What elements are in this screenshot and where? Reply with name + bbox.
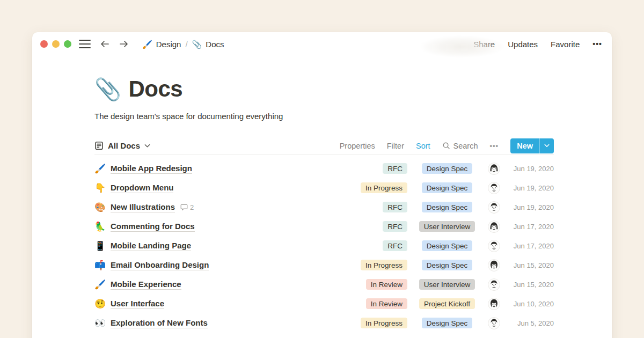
date-cell: Jun 15, 2020 bbox=[507, 261, 554, 269]
date-cell: Jun 15, 2020 bbox=[507, 281, 554, 289]
forward-button[interactable] bbox=[119, 40, 129, 48]
comment-bubble-icon bbox=[180, 204, 188, 211]
doc-type-tag[interactable]: Design Spec bbox=[422, 318, 473, 328]
window-zoom-button[interactable] bbox=[64, 40, 71, 48]
page-header: 📎 Docs The design team's space for docum… bbox=[94, 75, 554, 121]
window-close-button[interactable] bbox=[40, 40, 48, 48]
doc-type-tag[interactable]: Project Kickoff bbox=[419, 298, 475, 309]
paintbrush-icon: 🖌️ bbox=[142, 40, 152, 48]
doc-list-icon bbox=[94, 141, 104, 150]
status-tag[interactable]: In Progress bbox=[361, 182, 407, 193]
traffic-lights bbox=[40, 40, 71, 48]
table-row[interactable]: 🎨 New Illustrations 2 RFC Design Spec Ju… bbox=[94, 197, 554, 217]
doc-type-cell: User Interview bbox=[415, 221, 479, 232]
table-row[interactable]: 📱 Mobile Landing Page RFC Design Spec Ju… bbox=[94, 236, 554, 255]
search-label: Search bbox=[453, 142, 478, 150]
doc-type-cell: Design Spec bbox=[415, 182, 479, 193]
table-row[interactable]: 🦜 Commenting for Docs RFC User Interview… bbox=[94, 217, 554, 236]
status-cell: In Review bbox=[352, 279, 407, 290]
doc-type-cell: Design Spec bbox=[415, 260, 479, 270]
window-minimize-button[interactable] bbox=[52, 40, 60, 48]
date-cell: Jun 17, 2020 bbox=[507, 242, 554, 250]
table-row[interactable]: 🖌️ Mobile App Redesign RFC Design Spec J… bbox=[94, 159, 554, 178]
doc-type-cell: Design Spec bbox=[415, 240, 479, 251]
date-cell: Jun 17, 2020 bbox=[507, 223, 554, 231]
sidebar-menu-icon[interactable] bbox=[79, 40, 91, 48]
new-button-label: New bbox=[510, 138, 539, 153]
doc-emoji-icon: 🖌️ bbox=[94, 164, 105, 173]
doc-title-link[interactable]: Commenting for Docs bbox=[111, 222, 195, 232]
breadcrumb-item-design[interactable]: 🖌️ Design bbox=[142, 40, 181, 49]
status-tag[interactable]: In Review bbox=[366, 279, 407, 290]
paperclip-icon: 📎 bbox=[192, 40, 202, 48]
avatar bbox=[488, 317, 500, 329]
arrow-right-icon bbox=[119, 40, 129, 48]
doc-title-link[interactable]: Dropdown Menu bbox=[111, 183, 173, 193]
doc-title-link[interactable]: Email Onboarding Design bbox=[111, 260, 209, 270]
status-tag[interactable]: In Progress bbox=[361, 260, 407, 270]
breadcrumb: 🖌️ Design / 📎 Docs bbox=[142, 40, 224, 49]
doc-type-cell: Design Spec bbox=[415, 318, 479, 328]
doc-title-link[interactable]: Exploration of New Fonts bbox=[111, 318, 208, 328]
status-cell: RFC bbox=[352, 221, 407, 232]
table-row[interactable]: 📫 Email Onboarding Design In Progress De… bbox=[94, 255, 554, 275]
new-dropdown-button[interactable] bbox=[540, 138, 554, 153]
date-cell: Jun 19, 2020 bbox=[507, 184, 554, 192]
favorite-button[interactable]: Favorite bbox=[551, 40, 580, 49]
arrow-left-icon bbox=[99, 40, 110, 48]
chevron-down-icon bbox=[544, 144, 550, 148]
status-cell: In Progress bbox=[352, 318, 407, 328]
view-selector-label: All Docs bbox=[108, 141, 140, 150]
sort-button[interactable]: Sort bbox=[416, 142, 430, 150]
status-cell: In Review bbox=[352, 298, 407, 309]
breadcrumb-item-docs[interactable]: 📎 Docs bbox=[192, 40, 224, 49]
breadcrumb-label: Design bbox=[156, 40, 181, 49]
status-tag[interactable]: In Review bbox=[366, 298, 407, 309]
doc-title-link[interactable]: New Illustrations bbox=[111, 202, 175, 212]
doc-title-link[interactable]: User Interface bbox=[111, 299, 164, 309]
avatar bbox=[488, 221, 500, 233]
filter-button[interactable]: Filter bbox=[387, 142, 404, 150]
doc-title-link[interactable]: Mobile Landing Page bbox=[111, 241, 191, 251]
doc-emoji-icon: 🤨 bbox=[94, 299, 105, 308]
doc-type-tag[interactable]: Design Spec bbox=[422, 182, 473, 193]
page-subtitle: The design team's space for documenting … bbox=[94, 112, 554, 121]
status-tag[interactable]: RFC bbox=[383, 202, 407, 212]
doc-type-tag[interactable]: User Interview bbox=[419, 221, 475, 232]
doc-type-cell: Project Kickoff bbox=[415, 298, 479, 309]
table-row[interactable]: 🖌️ Mobile Experience In Review User Inte… bbox=[94, 275, 554, 294]
back-button[interactable] bbox=[99, 40, 110, 48]
paperclip-icon: 📎 bbox=[94, 78, 121, 100]
doc-title-link[interactable]: Mobile Experience bbox=[111, 280, 181, 290]
properties-button[interactable]: Properties bbox=[340, 142, 375, 150]
desktop-background: 🖌️ Design / 📎 Docs Share Updates Favorit… bbox=[0, 0, 644, 338]
doc-emoji-icon: 🎨 bbox=[94, 203, 105, 212]
table-row[interactable]: 👀 Exploration of New Fonts In Progress D… bbox=[94, 313, 554, 333]
status-tag[interactable]: RFC bbox=[383, 240, 407, 251]
doc-type-tag[interactable]: Design Spec bbox=[422, 202, 473, 212]
view-toolbar: All Docs Properties Filter Sort Searc bbox=[94, 137, 554, 155]
table-row[interactable]: 🤨 User Interface In Review Project Kicko… bbox=[94, 294, 554, 313]
search-button[interactable]: Search bbox=[442, 142, 478, 150]
status-tag[interactable]: In Progress bbox=[361, 318, 407, 328]
table-row[interactable]: 👇 Dropdown Menu In Progress Design Spec … bbox=[94, 178, 554, 197]
chevron-down-icon bbox=[144, 144, 150, 148]
avatar bbox=[488, 163, 500, 175]
date-cell: Jun 10, 2020 bbox=[507, 300, 554, 308]
page-title: 📎 Docs bbox=[94, 75, 554, 103]
doc-title-link[interactable]: Mobile App Redesign bbox=[111, 164, 192, 174]
updates-button[interactable]: Updates bbox=[508, 40, 538, 49]
view-more-icon[interactable]: ••• bbox=[490, 142, 499, 150]
doc-type-tag[interactable]: Design Spec bbox=[422, 260, 473, 270]
more-options-icon[interactable]: ••• bbox=[592, 40, 602, 48]
status-tag[interactable]: RFC bbox=[383, 163, 407, 174]
status-tag[interactable]: RFC bbox=[383, 221, 407, 232]
doc-type-tag[interactable]: User Interview bbox=[419, 279, 475, 290]
doc-type-tag[interactable]: Design Spec bbox=[422, 240, 473, 251]
view-selector[interactable]: All Docs bbox=[94, 141, 150, 150]
avatar bbox=[488, 182, 500, 194]
share-button[interactable]: Share bbox=[473, 40, 495, 49]
date-cell: Jun 19, 2020 bbox=[507, 203, 554, 211]
doc-type-tag[interactable]: Design Spec bbox=[422, 163, 473, 174]
new-button[interactable]: New bbox=[510, 138, 554, 153]
